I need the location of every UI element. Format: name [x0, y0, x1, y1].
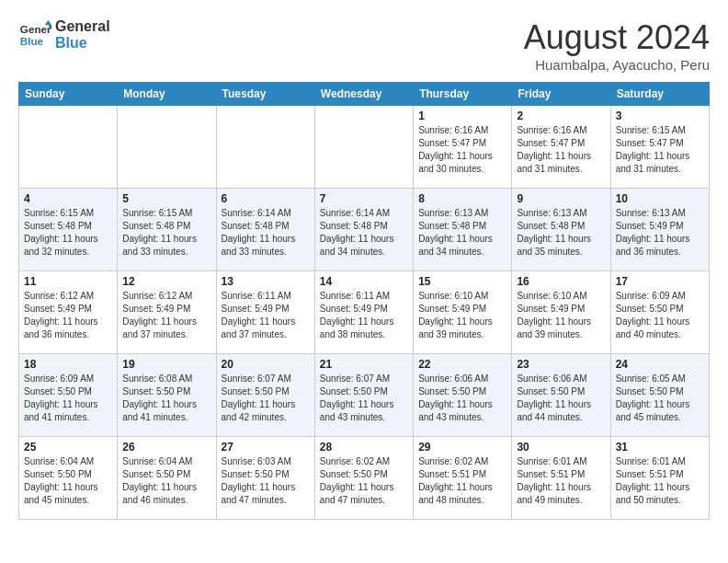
day-info: Sunrise: 6:05 AM Sunset: 5:50 PM Dayligh… [616, 373, 704, 424]
day-info: Sunrise: 6:07 AM Sunset: 5:50 PM Dayligh… [320, 373, 408, 424]
day-cell-26: 26Sunrise: 6:04 AM Sunset: 5:50 PM Dayli… [118, 437, 216, 520]
day-info: Sunrise: 6:13 AM Sunset: 5:49 PM Dayligh… [616, 207, 704, 259]
day-cell-12: 12Sunrise: 6:12 AM Sunset: 5:49 PM Dayli… [118, 271, 216, 354]
day-number: 30 [517, 441, 605, 454]
day-cell-22: 22Sunrise: 6:06 AM Sunset: 5:50 PM Dayli… [414, 354, 512, 437]
day-number: 28 [320, 441, 408, 454]
day-cell-5: 5Sunrise: 6:15 AM Sunset: 5:48 PM Daylig… [118, 189, 216, 271]
weekday-header-sunday: Sunday [19, 83, 118, 106]
page-header: General Blue General Blue August 2024 Hu… [18, 18, 710, 73]
day-info: Sunrise: 6:15 AM Sunset: 5:48 PM Dayligh… [122, 207, 210, 259]
day-number: 20 [222, 358, 310, 371]
day-number: 22 [418, 358, 506, 371]
day-cell-15: 15Sunrise: 6:10 AM Sunset: 5:49 PM Dayli… [414, 271, 512, 354]
day-cell-3: 3Sunrise: 6:15 AM Sunset: 5:47 PM Daylig… [610, 106, 709, 189]
day-number: 26 [122, 441, 210, 454]
day-number: 7 [320, 192, 408, 205]
day-cell-4: 4Sunrise: 6:15 AM Sunset: 5:48 PM Daylig… [19, 189, 118, 271]
empty-cell [216, 106, 314, 189]
day-number: 5 [122, 192, 210, 205]
day-info: Sunrise: 6:13 AM Sunset: 5:48 PM Dayligh… [418, 207, 506, 259]
day-number: 3 [616, 109, 704, 122]
day-number: 14 [320, 275, 408, 288]
day-info: Sunrise: 6:01 AM Sunset: 5:51 PM Dayligh… [517, 455, 605, 507]
week-row-2: 4Sunrise: 6:15 AM Sunset: 5:48 PM Daylig… [19, 189, 710, 271]
day-number: 9 [517, 192, 605, 205]
day-info: Sunrise: 6:16 AM Sunset: 5:47 PM Dayligh… [517, 124, 605, 176]
day-number: 8 [418, 192, 506, 205]
day-number: 16 [517, 275, 605, 288]
day-number: 15 [418, 275, 506, 288]
weekday-header-row: SundayMondayTuesdayWednesdayThursdayFrid… [19, 83, 710, 106]
day-info: Sunrise: 6:03 AM Sunset: 5:50 PM Dayligh… [222, 455, 310, 507]
day-cell-7: 7Sunrise: 6:14 AM Sunset: 5:48 PM Daylig… [314, 189, 413, 271]
day-number: 31 [616, 441, 704, 454]
day-info: Sunrise: 6:15 AM Sunset: 5:47 PM Dayligh… [616, 124, 704, 176]
day-number: 29 [418, 441, 506, 454]
logo: General Blue General Blue [18, 18, 110, 52]
day-info: Sunrise: 6:08 AM Sunset: 5:50 PM Dayligh… [122, 373, 210, 424]
day-number: 4 [24, 192, 112, 205]
day-cell-13: 13Sunrise: 6:11 AM Sunset: 5:49 PM Dayli… [216, 271, 314, 354]
day-cell-31: 31Sunrise: 6:01 AM Sunset: 5:51 PM Dayli… [610, 437, 709, 520]
day-cell-23: 23Sunrise: 6:06 AM Sunset: 5:50 PM Dayli… [512, 354, 610, 437]
day-info: Sunrise: 6:11 AM Sunset: 5:49 PM Dayligh… [320, 290, 408, 341]
title-block: August 2024 Huambalpa, Ayacucho, Peru [524, 18, 710, 73]
day-info: Sunrise: 6:15 AM Sunset: 5:48 PM Dayligh… [24, 207, 112, 259]
day-info: Sunrise: 6:02 AM Sunset: 5:51 PM Dayligh… [418, 455, 506, 507]
week-row-1: 1Sunrise: 6:16 AM Sunset: 5:47 PM Daylig… [19, 106, 710, 189]
day-info: Sunrise: 6:04 AM Sunset: 5:50 PM Dayligh… [122, 455, 210, 507]
day-number: 17 [616, 275, 704, 288]
day-info: Sunrise: 6:14 AM Sunset: 5:48 PM Dayligh… [320, 207, 408, 259]
month-title: August 2024 [524, 18, 710, 57]
day-number: 12 [122, 275, 210, 288]
logo-blue: Blue [55, 35, 110, 52]
location-title: Huambalpa, Ayacucho, Peru [524, 57, 710, 73]
day-number: 21 [320, 358, 408, 371]
day-cell-24: 24Sunrise: 6:05 AM Sunset: 5:50 PM Dayli… [610, 354, 709, 437]
day-cell-6: 6Sunrise: 6:14 AM Sunset: 5:48 PM Daylig… [216, 189, 314, 271]
weekday-header-friday: Friday [512, 83, 610, 106]
day-info: Sunrise: 6:07 AM Sunset: 5:50 PM Dayligh… [222, 373, 310, 424]
day-cell-18: 18Sunrise: 6:09 AM Sunset: 5:50 PM Dayli… [19, 354, 118, 437]
calendar-table: SundayMondayTuesdayWednesdayThursdayFrid… [18, 82, 710, 520]
day-number: 23 [517, 358, 605, 371]
day-cell-29: 29Sunrise: 6:02 AM Sunset: 5:51 PM Dayli… [414, 437, 512, 520]
day-number: 13 [222, 275, 310, 288]
day-number: 10 [616, 192, 704, 205]
day-info: Sunrise: 6:12 AM Sunset: 5:49 PM Dayligh… [24, 290, 112, 341]
day-cell-10: 10Sunrise: 6:13 AM Sunset: 5:49 PM Dayli… [610, 189, 709, 271]
week-row-5: 25Sunrise: 6:04 AM Sunset: 5:50 PM Dayli… [19, 437, 710, 520]
day-cell-27: 27Sunrise: 6:03 AM Sunset: 5:50 PM Dayli… [216, 437, 314, 520]
day-cell-19: 19Sunrise: 6:08 AM Sunset: 5:50 PM Dayli… [118, 354, 216, 437]
day-info: Sunrise: 6:11 AM Sunset: 5:49 PM Dayligh… [222, 290, 310, 341]
day-cell-1: 1Sunrise: 6:16 AM Sunset: 5:47 PM Daylig… [414, 106, 512, 189]
day-number: 25 [24, 441, 112, 454]
day-cell-9: 9Sunrise: 6:13 AM Sunset: 5:48 PM Daylig… [512, 189, 610, 271]
day-number: 11 [24, 275, 112, 288]
day-cell-20: 20Sunrise: 6:07 AM Sunset: 5:50 PM Dayli… [216, 354, 314, 437]
day-cell-30: 30Sunrise: 6:01 AM Sunset: 5:51 PM Dayli… [512, 437, 610, 520]
weekday-header-saturday: Saturday [610, 83, 709, 106]
weekday-header-monday: Monday [118, 83, 216, 106]
weekday-header-tuesday: Tuesday [216, 83, 314, 106]
day-number: 2 [517, 109, 605, 122]
day-cell-2: 2Sunrise: 6:16 AM Sunset: 5:47 PM Daylig… [512, 106, 610, 189]
day-info: Sunrise: 6:12 AM Sunset: 5:49 PM Dayligh… [122, 290, 210, 341]
weekday-header-thursday: Thursday [414, 83, 512, 106]
day-cell-14: 14Sunrise: 6:11 AM Sunset: 5:49 PM Dayli… [314, 271, 413, 354]
day-number: 1 [418, 109, 506, 122]
logo-icon: General Blue [18, 18, 51, 52]
empty-cell [19, 106, 118, 189]
day-cell-28: 28Sunrise: 6:02 AM Sunset: 5:50 PM Dayli… [314, 437, 413, 520]
day-cell-16: 16Sunrise: 6:10 AM Sunset: 5:49 PM Dayli… [512, 271, 610, 354]
day-number: 24 [616, 358, 704, 371]
day-info: Sunrise: 6:13 AM Sunset: 5:48 PM Dayligh… [517, 207, 605, 259]
day-number: 18 [24, 358, 112, 371]
day-cell-8: 8Sunrise: 6:13 AM Sunset: 5:48 PM Daylig… [414, 189, 512, 271]
day-cell-11: 11Sunrise: 6:12 AM Sunset: 5:49 PM Dayli… [19, 271, 118, 354]
day-number: 19 [122, 358, 210, 371]
day-info: Sunrise: 6:01 AM Sunset: 5:51 PM Dayligh… [616, 455, 704, 507]
day-info: Sunrise: 6:04 AM Sunset: 5:50 PM Dayligh… [24, 455, 112, 507]
day-info: Sunrise: 6:06 AM Sunset: 5:50 PM Dayligh… [418, 373, 506, 424]
